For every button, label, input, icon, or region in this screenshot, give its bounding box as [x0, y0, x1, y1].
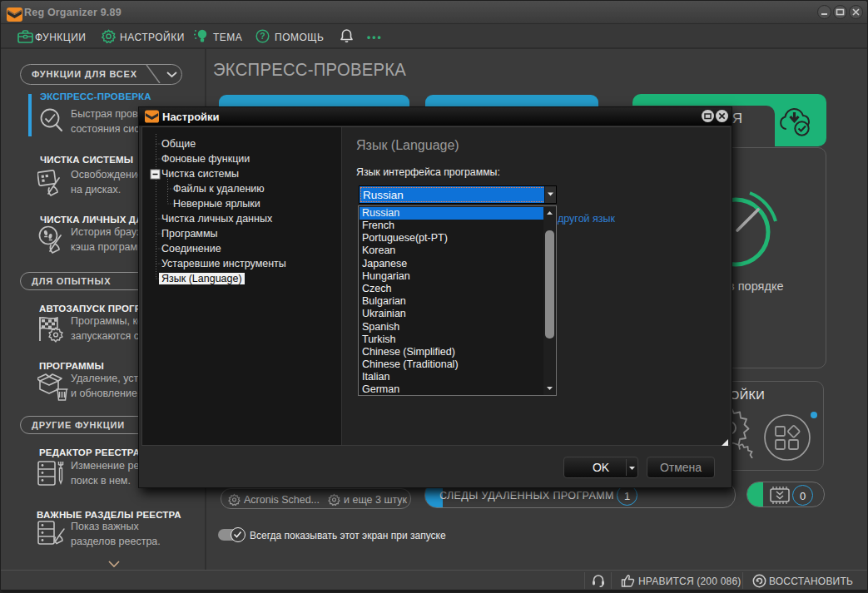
svg-text:?: ?	[260, 31, 265, 41]
